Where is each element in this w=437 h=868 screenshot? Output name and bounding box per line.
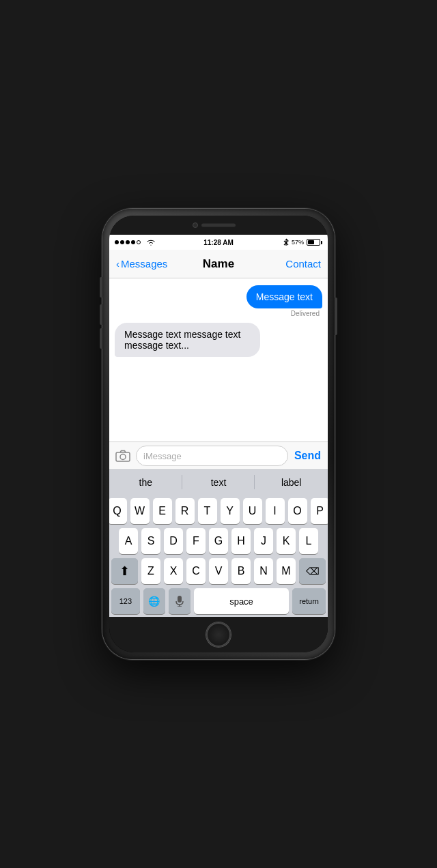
status-time: 11:28 AM bbox=[184, 239, 253, 246]
keyboard-row-1: Q W E R T Y U I O P bbox=[111, 498, 326, 524]
keyboard-row-4: 123 🌐 space return bbox=[111, 588, 326, 614]
key-b[interactable]: B bbox=[231, 558, 251, 584]
received-message-wrap: Message text message text message text..… bbox=[115, 323, 322, 357]
speaker bbox=[201, 224, 236, 227]
back-chevron: ‹ bbox=[116, 258, 119, 270]
key-m[interactable]: M bbox=[277, 558, 296, 584]
sent-message-wrap: Message text Delivered bbox=[115, 285, 322, 317]
autocomplete-item-0[interactable]: the bbox=[109, 470, 182, 494]
phone-top-bar bbox=[109, 216, 328, 235]
home-button-area bbox=[109, 617, 328, 652]
send-button[interactable]: Send bbox=[292, 450, 324, 462]
wifi-icon bbox=[146, 239, 156, 246]
signal-dot-3 bbox=[126, 240, 130, 244]
key-d[interactable]: D bbox=[164, 528, 183, 554]
message-input[interactable]: iMessage bbox=[136, 446, 288, 466]
key-s[interactable]: S bbox=[141, 528, 160, 554]
key-p[interactable]: P bbox=[311, 498, 328, 524]
key-w[interactable]: W bbox=[130, 498, 150, 524]
signal-dot-1 bbox=[115, 240, 119, 244]
keyboard-row-3: ⬆ Z X C V B N M ⌫ bbox=[111, 558, 326, 584]
messages-area: Message text Delivered Message text mess… bbox=[109, 278, 328, 442]
numbers-key[interactable]: 123 bbox=[111, 588, 140, 614]
back-label: Messages bbox=[121, 258, 167, 270]
signal-dot-4 bbox=[131, 240, 135, 244]
status-right: 57% bbox=[253, 238, 322, 246]
key-y[interactable]: Y bbox=[221, 498, 240, 524]
battery-icon bbox=[307, 239, 322, 246]
phone-screen: 11:28 AM 57% ‹ bbox=[109, 216, 328, 652]
mic-key[interactable] bbox=[169, 588, 191, 614]
key-u[interactable]: U bbox=[243, 498, 262, 524]
key-c[interactable]: C bbox=[186, 558, 206, 584]
key-n[interactable]: N bbox=[254, 558, 273, 584]
key-q[interactable]: Q bbox=[109, 498, 127, 524]
signal-dot-2 bbox=[120, 240, 124, 244]
return-key[interactable]: return bbox=[292, 588, 326, 614]
key-v[interactable]: V bbox=[209, 558, 228, 584]
key-g[interactable]: G bbox=[209, 528, 228, 554]
autocomplete-item-1[interactable]: text bbox=[182, 470, 255, 494]
keyboard: Q W E R T Y U I O P A S D F bbox=[109, 494, 328, 617]
phone-device: 11:28 AM 57% ‹ bbox=[102, 209, 335, 659]
svg-rect-2 bbox=[178, 596, 182, 603]
input-placeholder: iMessage bbox=[143, 451, 182, 461]
received-bubble: Message text message text message text..… bbox=[115, 323, 260, 357]
back-button[interactable]: ‹ Messages bbox=[116, 258, 184, 270]
globe-key[interactable]: 🌐 bbox=[143, 588, 165, 614]
conversation-title: Name bbox=[184, 257, 253, 271]
key-t[interactable]: T bbox=[198, 498, 217, 524]
svg-point-1 bbox=[120, 454, 126, 460]
key-r[interactable]: R bbox=[175, 498, 195, 524]
navigation-bar: ‹ Messages Name Contact bbox=[109, 250, 328, 278]
key-z[interactable]: Z bbox=[141, 558, 160, 584]
screen: 11:28 AM 57% ‹ bbox=[109, 235, 328, 617]
key-l[interactable]: L bbox=[299, 528, 318, 554]
key-e[interactable]: E bbox=[153, 498, 172, 524]
battery-percent: 57% bbox=[292, 239, 304, 246]
bluetooth-icon bbox=[283, 238, 289, 246]
signal-dot-5 bbox=[137, 240, 141, 244]
key-f[interactable]: F bbox=[186, 528, 206, 554]
camera-button[interactable] bbox=[113, 446, 132, 465]
key-i[interactable]: I bbox=[266, 498, 285, 524]
autocomplete-item-2[interactable]: label bbox=[255, 470, 328, 494]
autocomplete-bar: the text label bbox=[109, 469, 328, 494]
key-o[interactable]: O bbox=[288, 498, 307, 524]
sent-bubble: Message text bbox=[246, 285, 322, 308]
delete-key[interactable]: ⌫ bbox=[299, 558, 326, 584]
contact-button[interactable]: Contact bbox=[253, 258, 321, 270]
mic-icon bbox=[175, 596, 184, 607]
key-x[interactable]: X bbox=[164, 558, 183, 584]
keyboard-row-2: A S D F G H J K L bbox=[111, 528, 326, 554]
front-camera bbox=[193, 222, 198, 228]
input-area: iMessage Send bbox=[109, 442, 328, 469]
key-k[interactable]: K bbox=[277, 528, 296, 554]
delivered-status: Delivered bbox=[291, 310, 320, 317]
shift-key[interactable]: ⬆ bbox=[111, 558, 138, 584]
home-button[interactable] bbox=[206, 622, 231, 647]
key-a[interactable]: A bbox=[119, 528, 138, 554]
space-key[interactable]: space bbox=[194, 588, 289, 614]
camera-icon bbox=[115, 450, 130, 462]
key-j[interactable]: J bbox=[254, 528, 273, 554]
key-h[interactable]: H bbox=[231, 528, 251, 554]
signal-area bbox=[115, 236, 184, 248]
status-bar: 11:28 AM 57% bbox=[109, 235, 328, 250]
